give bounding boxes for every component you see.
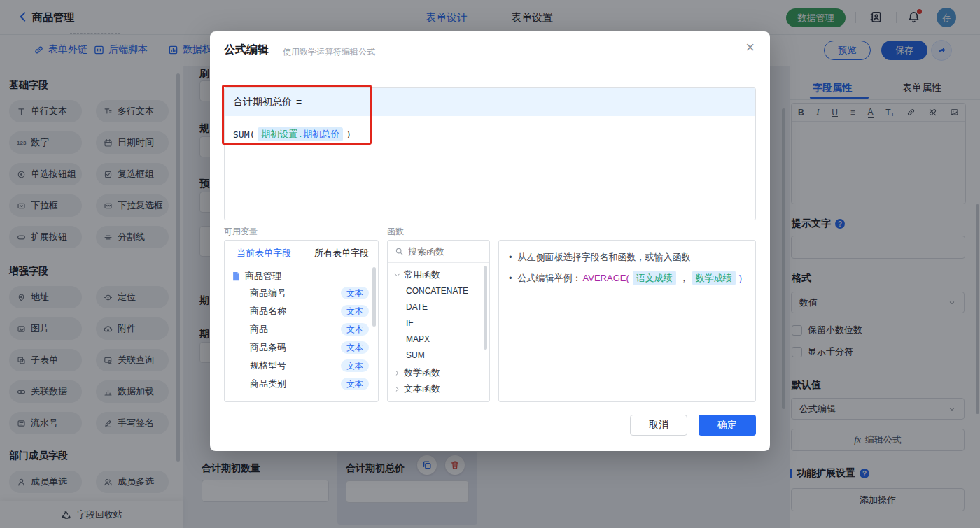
functions-label: 函数 bbox=[387, 226, 404, 238]
function-item[interactable]: SUM bbox=[406, 350, 425, 360]
example-arg-token: 数学成绩 bbox=[692, 271, 736, 285]
functions-scrollbar[interactable] bbox=[484, 266, 487, 350]
tree-field-row[interactable]: 商品文本 bbox=[250, 323, 369, 336]
variables-label: 可用变量 bbox=[224, 226, 258, 238]
function-item[interactable]: CONCATENATE bbox=[406, 286, 468, 296]
field-type-badge: 文本 bbox=[341, 287, 369, 299]
field-type-badge: 文本 bbox=[341, 359, 369, 372]
help-tip-2: 公式编辑举例： AVERAGE( 语文成绩 ， 数学成绩 ) bbox=[509, 271, 746, 285]
help-panel: 从左侧面板选择字段名和函数，或输入函数 公式编辑举例： AVERAGE( 语文成… bbox=[498, 240, 756, 402]
modal-header-divider bbox=[210, 73, 770, 73]
function-item[interactable]: DATE bbox=[406, 302, 428, 312]
variables-scrollbar[interactable] bbox=[372, 267, 376, 327]
functions-panel: 常用函数 CONCATENATE DATE IF MAPX SUM 数学函数 文… bbox=[387, 240, 490, 402]
chevron-right-icon bbox=[393, 385, 401, 393]
function-search-input[interactable] bbox=[408, 246, 478, 257]
formula-expression[interactable]: SUM( 期初设置.期初总价 ) bbox=[225, 116, 755, 152]
field-type-badge: 文本 bbox=[341, 341, 369, 354]
field-type-badge: 文本 bbox=[341, 378, 369, 390]
tab-current-form-fields[interactable]: 当前表单字段 bbox=[237, 247, 291, 259]
function-group-math[interactable]: 数学函数 bbox=[393, 366, 440, 379]
field-type-badge: 文本 bbox=[341, 323, 369, 336]
function-group-text[interactable]: 文本函数 bbox=[393, 383, 440, 395]
formula-target-bar: 合计期初总价 = bbox=[225, 88, 755, 116]
variables-tabs: 当前表单字段 所有表单字段 bbox=[225, 241, 378, 264]
formula-field-token[interactable]: 期初设置.期初总价 bbox=[258, 127, 343, 141]
formula-function: SUM( bbox=[233, 129, 255, 140]
app-screen: 商品管理 表单设计 表单设置 数据管理 存 表单外链 后端脚本 bbox=[0, 0, 980, 528]
variables-panel: 当前表单字段 所有表单字段 商品管理 商品编号文本 商品名称文本 商品文本 商品… bbox=[224, 240, 379, 402]
modal-subtitle: 使用数学运算符编辑公式 bbox=[283, 46, 375, 58]
cancel-button[interactable]: 取消 bbox=[630, 415, 687, 436]
modal-title: 公式编辑 bbox=[224, 43, 269, 57]
tree-field-row[interactable]: 商品条码文本 bbox=[250, 341, 369, 354]
example-comma: ， bbox=[680, 271, 689, 285]
function-item[interactable]: MAPX bbox=[406, 334, 430, 344]
example-function-name: AVERAGE( bbox=[583, 271, 629, 285]
tree-field-row[interactable]: 规格型号文本 bbox=[250, 359, 369, 372]
formula-editor[interactable]: 合计期初总价 = SUM( 期初设置.期初总价 ) bbox=[224, 87, 756, 220]
tree-field-row[interactable]: 商品名称文本 bbox=[250, 305, 369, 317]
search-icon bbox=[395, 247, 404, 256]
formula-close-paren: ) bbox=[346, 129, 351, 140]
tree-root-node[interactable]: 商品管理 bbox=[232, 270, 281, 283]
chevron-down-icon bbox=[393, 271, 401, 279]
variables-tree: 商品管理 商品编号文本 商品名称文本 商品文本 商品条码文本 规格型号文本 商品… bbox=[225, 264, 378, 402]
tree-field-row[interactable]: 商品类别文本 bbox=[250, 378, 369, 390]
example-close-paren: ) bbox=[739, 271, 742, 285]
tab-all-form-fields[interactable]: 所有表单字段 bbox=[314, 247, 369, 259]
function-search[interactable] bbox=[388, 241, 489, 263]
formula-edit-modal: 公式编辑 使用数学运算符编辑公式 × 合计期初总价 = SUM( 期初设置.期初… bbox=[210, 31, 770, 451]
function-item[interactable]: IF bbox=[406, 318, 414, 328]
example-arg-token: 语文成绩 bbox=[633, 271, 676, 285]
confirm-button[interactable]: 确定 bbox=[699, 415, 756, 436]
help-tip-1: 从左侧面板选择字段名和函数，或输入函数 bbox=[509, 250, 746, 264]
function-group-common[interactable]: 常用函数 bbox=[393, 269, 440, 281]
chevron-right-icon bbox=[393, 369, 401, 377]
field-type-badge: 文本 bbox=[341, 305, 369, 317]
close-icon[interactable]: × bbox=[746, 40, 755, 55]
formula-target-field: 合计期初总价 bbox=[233, 96, 292, 108]
document-icon bbox=[232, 271, 241, 281]
tree-field-row[interactable]: 商品编号文本 bbox=[250, 287, 369, 299]
equals-sign: = bbox=[296, 97, 302, 108]
functions-tree: 常用函数 CONCATENATE DATE IF MAPX SUM 数学函数 文… bbox=[388, 263, 489, 402]
